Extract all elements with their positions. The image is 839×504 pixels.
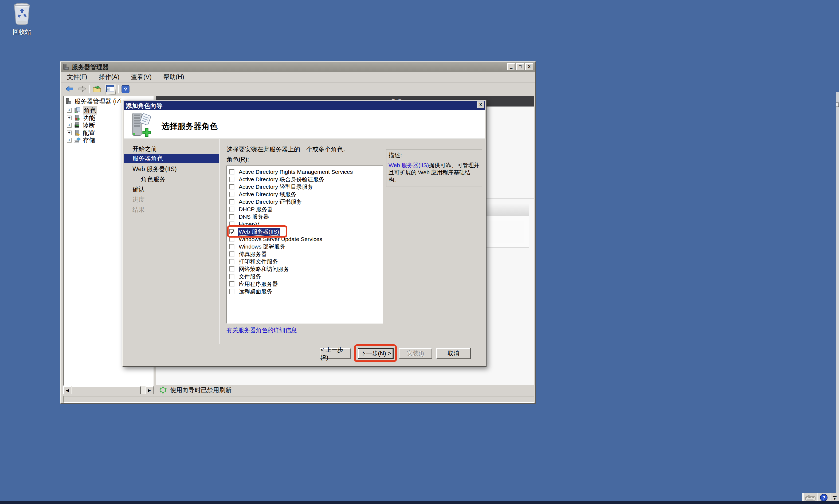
checkbox-unchecked[interactable] — [229, 206, 234, 212]
checkbox-unchecked[interactable] — [229, 289, 234, 294]
checkbox-unchecked[interactable] — [229, 177, 234, 182]
wizard-step-web-server-iis: Web 服务器(IIS) — [124, 164, 219, 174]
close-button[interactable]: X — [525, 63, 533, 70]
svg-text:?: ? — [822, 495, 825, 501]
wizard-titlebar[interactable]: 添加角色向导 — [124, 101, 485, 110]
role-row[interactable]: 网络策略和访问服务 — [227, 265, 382, 273]
checkbox-unchecked[interactable] — [229, 251, 234, 257]
show-hide-console-tree-button[interactable] — [105, 84, 115, 94]
tree-item-label: 存储 — [83, 136, 95, 144]
recycle-bin-shortcut[interactable]: 回收站 — [6, 3, 38, 36]
role-row[interactable]: 传真服务器 — [227, 250, 382, 258]
role-row-web-server-iis[interactable]: Web 服务器(IIS) — [227, 228, 382, 235]
tree-item-features[interactable]: + 功能 — [67, 114, 95, 122]
recycle-bin-label: 回收站 — [6, 28, 38, 36]
tree-item-roles[interactable]: + 角色 — [67, 107, 97, 114]
wizard-title: 添加角色向导 — [126, 102, 163, 110]
role-row[interactable]: Active Directory 联合身份验证服务 — [227, 176, 382, 183]
window-title: 服务器管理器 — [72, 63, 109, 71]
tree-item-storage[interactable]: + 存储 — [67, 137, 95, 144]
maximize-button[interactable]: □ — [516, 63, 524, 70]
viewer-collapse-button[interactable]: ▬ ▼ — [831, 493, 839, 502]
wizard-step-role-services: 角色服务 — [124, 175, 219, 184]
role-row[interactable]: Hyper-V — [227, 220, 382, 228]
role-row[interactable]: Active Directory 轻型目录服务 — [227, 183, 382, 191]
role-row[interactable]: 应用程序服务器 — [227, 280, 382, 288]
export-list-icon[interactable] — [93, 85, 102, 93]
features-node-icon — [74, 114, 81, 121]
scroll-right-arrow[interactable]: ▶ — [145, 386, 154, 394]
server-manager-titlebar[interactable]: 服务器管理器 _ □ X — [61, 62, 535, 72]
role-row[interactable]: DNS 服务器 — [227, 213, 382, 220]
forward-icon[interactable] — [78, 85, 87, 93]
tree-item-diagnostics[interactable]: + 诊断 — [67, 122, 95, 129]
screen-bottom-strip — [0, 501, 839, 504]
checkbox-checked[interactable] — [229, 229, 234, 234]
description-link[interactable]: Web 服务器(IIS) — [389, 162, 429, 168]
wizard-step-progress: 进度 — [124, 195, 219, 204]
role-row[interactable]: 远程桌面服务 — [227, 288, 382, 295]
server-roles-details-link[interactable]: 有关服务器角色的详细信息 — [227, 326, 297, 334]
checkbox-unchecked[interactable] — [229, 259, 234, 264]
viewer-keyboard-button[interactable] — [804, 493, 818, 502]
tree-item-label: 角色 — [83, 106, 97, 114]
menu-action[interactable]: 操作(A) — [93, 73, 125, 81]
keyboard-icon — [805, 494, 816, 501]
role-row[interactable]: Active Directory Rights Management Servi… — [227, 168, 382, 176]
checkbox-unchecked[interactable] — [229, 221, 234, 227]
expand-icon[interactable]: + — [67, 138, 72, 143]
role-row[interactable]: Windows Server Update Services — [227, 235, 382, 243]
server-manager-node-icon — [66, 98, 72, 105]
toolbar-separator — [89, 85, 90, 93]
help-icon[interactable]: ? — [122, 85, 129, 93]
collapse-arrow-icon: ▼ — [833, 497, 836, 501]
viewer-scroll-thumb[interactable] — [836, 103, 839, 107]
role-row[interactable]: Active Directory 域服务 — [227, 191, 382, 198]
scroll-left-arrow[interactable]: ◀ — [63, 386, 71, 394]
scroll-thumb[interactable] — [72, 386, 141, 394]
expand-icon[interactable]: + — [67, 130, 72, 135]
role-row[interactable]: Active Directory 证书服务 — [227, 198, 382, 205]
role-row[interactable]: Windows 部署服务 — [227, 243, 382, 250]
wizard-step-server-roles: 服务器角色 — [124, 154, 219, 163]
role-row[interactable]: DHCP 服务器 — [227, 205, 382, 213]
install-button[interactable]: 安装(I) — [399, 348, 432, 359]
tree-horizontal-scrollbar[interactable]: ◀ ▶ — [63, 386, 154, 394]
diagnostics-node-icon — [74, 122, 81, 128]
menu-view[interactable]: 查看(V) — [125, 73, 158, 81]
checkbox-unchecked[interactable] — [229, 192, 234, 197]
wizard-header: 选择服务器角色 — [124, 110, 485, 139]
expand-icon[interactable]: + — [67, 115, 72, 120]
wizard-close-button[interactable]: X — [477, 102, 484, 108]
role-row[interactable]: 文件服务 — [227, 273, 382, 280]
wizard-nav-separator — [219, 139, 219, 344]
checkbox-unchecked[interactable] — [229, 274, 234, 279]
checkbox-unchecked[interactable] — [229, 169, 234, 175]
recycle-bin-icon — [12, 3, 32, 25]
checkbox-unchecked[interactable] — [229, 184, 234, 190]
wizard-page-title: 选择服务器角色 — [162, 121, 218, 132]
expand-icon[interactable]: + — [67, 123, 72, 128]
description-label: 描述: — [389, 151, 480, 159]
checkbox-unchecked[interactable] — [229, 236, 234, 242]
checkbox-unchecked[interactable] — [229, 266, 234, 272]
tree-root-item[interactable]: 服务器管理器 (iZi — [66, 97, 122, 105]
expand-icon[interactable]: + — [67, 108, 72, 113]
minimize-button[interactable]: _ — [507, 63, 515, 70]
checkbox-unchecked[interactable] — [229, 244, 234, 249]
viewer-vertical-scrollbar[interactable] — [836, 92, 839, 493]
viewer-help-button[interactable]: ? — [818, 493, 831, 502]
cancel-button[interactable]: 取消 — [436, 348, 470, 359]
menu-help[interactable]: 帮助(H) — [158, 73, 190, 81]
role-row[interactable]: 打印和文件服务 — [227, 258, 382, 265]
menu-file[interactable]: 文件(F) — [61, 73, 93, 81]
tree-item-configuration[interactable]: + 配置 — [67, 129, 95, 137]
tree-item-label: 功能 — [83, 114, 95, 122]
description-panel: 描述: Web 服务器(IIS)提供可靠、可管理并且可扩展的 Web 应用程序基… — [386, 149, 482, 187]
checkbox-unchecked[interactable] — [229, 281, 234, 287]
previous-button[interactable]: < 上一步(P) — [320, 348, 351, 359]
back-icon[interactable] — [65, 85, 74, 93]
next-button[interactable]: 下一步(N) > — [358, 348, 394, 359]
checkbox-unchecked[interactable] — [229, 199, 234, 204]
checkbox-unchecked[interactable] — [229, 214, 234, 219]
